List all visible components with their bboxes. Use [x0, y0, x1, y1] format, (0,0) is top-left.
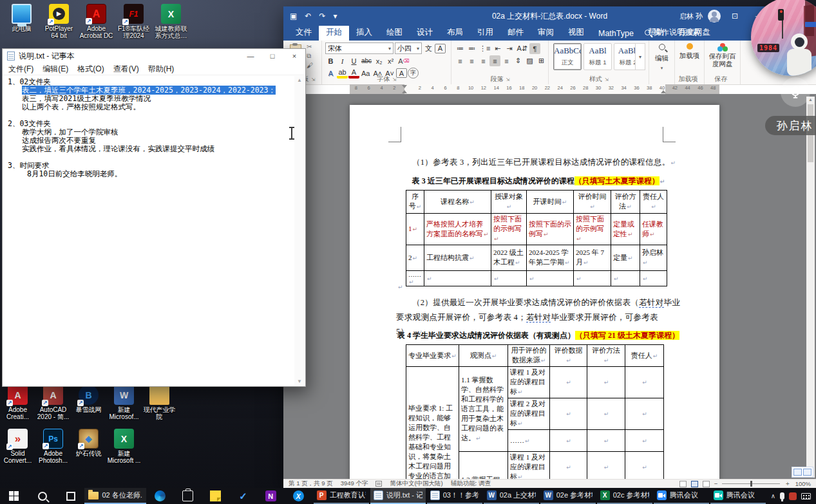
font-button[interactable]: x₂ — [374, 55, 384, 66]
paragraph-button[interactable]: A⇵ — [515, 43, 529, 54]
desktop-icon[interactable]: ◈ 炉石传说 — [71, 429, 106, 472]
ribbon-display-options-icon[interactable]: ⊡ — [726, 12, 744, 21]
desktop-icon[interactable]: B 暴雪战网 — [71, 385, 106, 429]
paragraph-button[interactable]: ⇕ — [513, 55, 524, 66]
table-cell[interactable]: 毕业要求 1: 工程知识，能够运用数学、自然科学、工程基础和专业知识，将复杂土木… — [406, 367, 459, 480]
table-cell[interactable]: 课程 1 及对应的课程目标↵ — [508, 367, 550, 398]
table-cell[interactable]: 任课教师↵ — [640, 214, 667, 245]
hanging-indent-marker[interactable] — [402, 90, 407, 93]
zoom-slider-thumb[interactable] — [750, 481, 752, 487]
paragraph-button[interactable]: ≡ — [455, 55, 466, 66]
paragraph-button[interactable]: ⋮≡ — [478, 43, 491, 54]
taskbar-window-button[interactable]: 腾讯会议 — [710, 488, 766, 504]
table-cell[interactable]: ↵ — [587, 398, 625, 430]
desktop-icon[interactable]: 此电脑 — [4, 4, 39, 39]
paragraph-button[interactable]: ≡ — [466, 55, 477, 66]
table-cell[interactable]: 1↵ — [406, 214, 424, 245]
start-button[interactable] — [0, 488, 28, 504]
table-cell[interactable]: ↵ — [550, 430, 587, 452]
right-indent-marker[interactable] — [661, 90, 666, 93]
proofing-icon[interactable] — [375, 481, 382, 487]
font-extra-button[interactable]: A — [435, 44, 446, 53]
qat-customize-icon[interactable]: ▾ — [333, 12, 337, 21]
font-button[interactable]: B — [325, 55, 336, 66]
page-indicator[interactable]: 第 1 页，共 9 页 — [289, 480, 333, 488]
font-button[interactable]: abc — [360, 55, 373, 66]
tray-app-icon[interactable] — [789, 492, 797, 500]
table-cell[interactable]: 2025 年 7 月↵ — [574, 245, 611, 271]
horizontal-ruler[interactable]: 8642246810121416182022242628303234363840… — [350, 84, 719, 94]
menu-item[interactable]: 文件(F) — [4, 64, 38, 75]
font-extra-button[interactable]: 文 — [423, 43, 434, 54]
desktop-icon[interactable]: X 城建教师联系方式总表8.... — [153, 4, 189, 39]
language-indicator[interactable]: 简体中文(中国大陆) — [390, 480, 442, 488]
table-cell[interactable]: ↵ — [527, 271, 574, 286]
table-cell[interactable]: 评价数据↵ — [550, 345, 587, 367]
edge-taskbar-icon[interactable] — [146, 488, 174, 504]
table-cell[interactable]: ↵ — [611, 271, 640, 286]
table-cell[interactable]: ↵ — [587, 430, 625, 452]
table-cell[interactable]: 评价方法↵ — [587, 345, 625, 367]
table-cell[interactable]: ……↵ — [508, 430, 550, 452]
table-cell[interactable]: ↵ — [625, 452, 664, 480]
zoom-level[interactable]: 100% — [795, 480, 811, 487]
desktop-icon[interactable]: A Adobe Acrobat DC — [79, 4, 114, 39]
word-count[interactable]: 3949 个字 — [341, 480, 368, 488]
ribbon-tab[interactable]: 邮件 — [500, 25, 531, 41]
font-button[interactable]: A — [397, 55, 410, 66]
table-cell[interactable]: 用于评价的数据来源↵ — [508, 345, 550, 367]
table-cell[interactable]: 定量或定性↵ — [611, 214, 640, 245]
todo-taskbar-icon[interactable]: ✓ — [229, 488, 257, 504]
table-cell[interactable]: ↵ — [587, 452, 625, 480]
save-icon[interactable]: ▣ — [290, 12, 297, 21]
table-cell[interactable]: 评价方法↵ — [611, 191, 640, 214]
tell-me-search[interactable]: 操作说明搜索 — [645, 27, 700, 41]
table-cell[interactable]: 1.2 掌握工程基础知识和专业知识，能建↵ — [459, 452, 508, 480]
zoom-out-button[interactable]: − — [714, 480, 718, 487]
taskbar-window-button[interactable]: 腾讯会议 — [654, 488, 709, 504]
file-explorer-task[interactable]: 02 各位老师... — [84, 488, 146, 504]
notepad-title-bar[interactable]: 说明.txt - 记事本 — □ × — [3, 49, 305, 63]
read-mode-button[interactable] — [679, 481, 687, 487]
table-cell[interactable]: 责任人↵ — [640, 191, 667, 214]
desktop-icon[interactable]: F1 F1®车队经理2024 — [116, 4, 151, 39]
paragraph-button[interactable]: ¶ — [529, 43, 540, 54]
table-cell[interactable]: 责任人↵ — [625, 345, 664, 367]
desktop-icon[interactable]: A AutoCAD 2020 - 简... — [35, 385, 71, 429]
close-button[interactable]: × — [283, 49, 305, 63]
thunder-taskbar-icon[interactable]: X — [285, 488, 312, 504]
clipboard-icon[interactable]: ✂ — [307, 43, 313, 50]
tray-microphone-icon[interactable] — [780, 492, 784, 499]
table-cell[interactable]: 课程 1 及对应的课程目标↵ — [508, 452, 550, 480]
taskbar-window-button[interactable]: W 02a 上交材料... — [484, 488, 539, 504]
ribbon-tab[interactable]: 开始 — [319, 25, 349, 41]
maximize-button[interactable]: □ — [261, 49, 283, 63]
menu-item[interactable]: 编辑(E) — [38, 64, 73, 75]
table-cell[interactable]: 授课对象↵ — [491, 191, 527, 214]
ribbon-tab[interactable]: 文件 — [289, 25, 319, 41]
taskbar-window-button[interactable]: P 工程教育认证... — [314, 488, 369, 504]
accessibility-status[interactable]: 辅助功能: 调查 — [451, 480, 491, 488]
font-button[interactable]: U — [348, 55, 359, 66]
account-name[interactable]: 启林 孙 — [679, 12, 703, 21]
account-avatar[interactable] — [708, 10, 721, 23]
paragraph-button[interactable]: ⊞ — [536, 55, 547, 66]
table-cell[interactable]: ↵ — [550, 367, 587, 398]
ribbon-tab[interactable]: 插入 — [349, 25, 379, 41]
first-line-indent-marker[interactable] — [402, 85, 407, 88]
desktop-icon[interactable]: 现代产业学院 — [142, 385, 177, 429]
ime-float-toolbar[interactable] — [792, 467, 813, 478]
style-card[interactable]: AaBbCcD正文 — [553, 43, 582, 70]
paragraph-button[interactable]: ▨ — [524, 55, 535, 66]
paragraph-button[interactable]: ⇤ — [492, 43, 503, 54]
onenote-taskbar-icon[interactable]: N — [257, 488, 285, 504]
sticky-notes-taskbar-icon[interactable] — [202, 488, 229, 504]
clipboard-icon[interactable]: 🖌 — [307, 62, 313, 69]
font-button[interactable]: I — [337, 55, 348, 66]
table-cell[interactable]: 序号↵ — [406, 191, 424, 214]
baidu-save-button[interactable]: 保存到百度网盘 — [707, 43, 739, 68]
document-area[interactable]: （1）参考表 3，列出近三年已开展课程目标达成情况评价的课程信息。↵ 表 3 近… — [283, 94, 816, 479]
document-page[interactable]: （1）参考表 3，列出近三年已开展课程目标达成情况评价的课程信息。↵ 表 3 近… — [350, 105, 719, 479]
styles-more-icon[interactable]: ▾ — [635, 43, 645, 70]
ribbon-tab[interactable]: 绘图 — [379, 25, 410, 41]
